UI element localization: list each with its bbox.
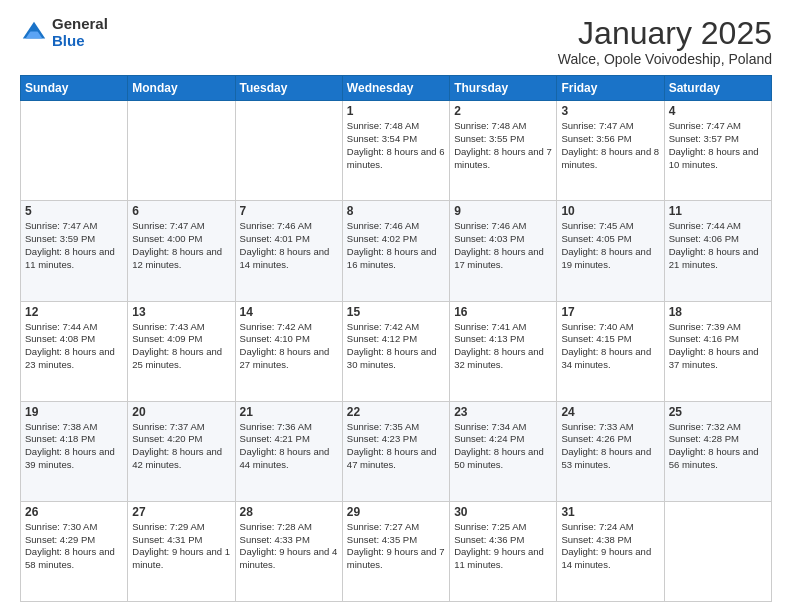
cell-4-1: 27Sunrise: 7:29 AM Sunset: 4:31 PM Dayli… <box>128 501 235 601</box>
day-info-1-2: Sunrise: 7:46 AM Sunset: 4:01 PM Dayligh… <box>240 220 338 271</box>
day-info-1-4: Sunrise: 7:46 AM Sunset: 4:03 PM Dayligh… <box>454 220 552 271</box>
day-info-1-5: Sunrise: 7:45 AM Sunset: 4:05 PM Dayligh… <box>561 220 659 271</box>
day-number-3-2: 21 <box>240 405 338 419</box>
day-number-3-5: 24 <box>561 405 659 419</box>
cell-1-2: 7Sunrise: 7:46 AM Sunset: 4:01 PM Daylig… <box>235 201 342 301</box>
cell-0-5: 3Sunrise: 7:47 AM Sunset: 3:56 PM Daylig… <box>557 101 664 201</box>
col-tuesday: Tuesday <box>235 76 342 101</box>
cell-4-2: 28Sunrise: 7:28 AM Sunset: 4:33 PM Dayli… <box>235 501 342 601</box>
day-info-4-3: Sunrise: 7:27 AM Sunset: 4:35 PM Dayligh… <box>347 521 445 572</box>
cell-4-0: 26Sunrise: 7:30 AM Sunset: 4:29 PM Dayli… <box>21 501 128 601</box>
day-number-3-6: 25 <box>669 405 767 419</box>
col-monday: Monday <box>128 76 235 101</box>
day-info-0-3: Sunrise: 7:48 AM Sunset: 3:54 PM Dayligh… <box>347 120 445 171</box>
day-number-1-5: 10 <box>561 204 659 218</box>
day-info-4-4: Sunrise: 7:25 AM Sunset: 4:36 PM Dayligh… <box>454 521 552 572</box>
cell-0-6: 4Sunrise: 7:47 AM Sunset: 3:57 PM Daylig… <box>664 101 771 201</box>
day-info-2-5: Sunrise: 7:40 AM Sunset: 4:15 PM Dayligh… <box>561 321 659 372</box>
cell-4-4: 30Sunrise: 7:25 AM Sunset: 4:36 PM Dayli… <box>450 501 557 601</box>
week-row-4: 26Sunrise: 7:30 AM Sunset: 4:29 PM Dayli… <box>21 501 772 601</box>
day-number-0-4: 2 <box>454 104 552 118</box>
cell-3-2: 21Sunrise: 7:36 AM Sunset: 4:21 PM Dayli… <box>235 401 342 501</box>
cell-0-0 <box>21 101 128 201</box>
cell-2-0: 12Sunrise: 7:44 AM Sunset: 4:08 PM Dayli… <box>21 301 128 401</box>
calendar-table: Sunday Monday Tuesday Wednesday Thursday… <box>20 75 772 602</box>
logo-general: General <box>52 16 108 33</box>
day-number-3-4: 23 <box>454 405 552 419</box>
cell-2-1: 13Sunrise: 7:43 AM Sunset: 4:09 PM Dayli… <box>128 301 235 401</box>
cell-3-4: 23Sunrise: 7:34 AM Sunset: 4:24 PM Dayli… <box>450 401 557 501</box>
week-row-3: 19Sunrise: 7:38 AM Sunset: 4:18 PM Dayli… <box>21 401 772 501</box>
day-number-4-5: 31 <box>561 505 659 519</box>
day-info-4-0: Sunrise: 7:30 AM Sunset: 4:29 PM Dayligh… <box>25 521 123 572</box>
day-info-0-6: Sunrise: 7:47 AM Sunset: 3:57 PM Dayligh… <box>669 120 767 171</box>
day-info-1-1: Sunrise: 7:47 AM Sunset: 4:00 PM Dayligh… <box>132 220 230 271</box>
cell-2-2: 14Sunrise: 7:42 AM Sunset: 4:10 PM Dayli… <box>235 301 342 401</box>
col-thursday: Thursday <box>450 76 557 101</box>
day-number-2-5: 17 <box>561 305 659 319</box>
day-info-4-1: Sunrise: 7:29 AM Sunset: 4:31 PM Dayligh… <box>132 521 230 572</box>
col-wednesday: Wednesday <box>342 76 449 101</box>
day-info-1-3: Sunrise: 7:46 AM Sunset: 4:02 PM Dayligh… <box>347 220 445 271</box>
cell-1-1: 6Sunrise: 7:47 AM Sunset: 4:00 PM Daylig… <box>128 201 235 301</box>
day-number-2-1: 13 <box>132 305 230 319</box>
week-row-1: 5Sunrise: 7:47 AM Sunset: 3:59 PM Daylig… <box>21 201 772 301</box>
day-info-1-0: Sunrise: 7:47 AM Sunset: 3:59 PM Dayligh… <box>25 220 123 271</box>
cell-4-6 <box>664 501 771 601</box>
col-sunday: Sunday <box>21 76 128 101</box>
day-info-3-5: Sunrise: 7:33 AM Sunset: 4:26 PM Dayligh… <box>561 421 659 472</box>
day-info-3-4: Sunrise: 7:34 AM Sunset: 4:24 PM Dayligh… <box>454 421 552 472</box>
cell-1-4: 9Sunrise: 7:46 AM Sunset: 4:03 PM Daylig… <box>450 201 557 301</box>
day-info-4-2: Sunrise: 7:28 AM Sunset: 4:33 PM Dayligh… <box>240 521 338 572</box>
cell-4-5: 31Sunrise: 7:24 AM Sunset: 4:38 PM Dayli… <box>557 501 664 601</box>
week-row-0: 1Sunrise: 7:48 AM Sunset: 3:54 PM Daylig… <box>21 101 772 201</box>
cell-3-5: 24Sunrise: 7:33 AM Sunset: 4:26 PM Dayli… <box>557 401 664 501</box>
day-info-2-1: Sunrise: 7:43 AM Sunset: 4:09 PM Dayligh… <box>132 321 230 372</box>
col-friday: Friday <box>557 76 664 101</box>
cell-2-4: 16Sunrise: 7:41 AM Sunset: 4:13 PM Dayli… <box>450 301 557 401</box>
logo: General Blue <box>20 16 108 49</box>
day-number-3-3: 22 <box>347 405 445 419</box>
cell-4-3: 29Sunrise: 7:27 AM Sunset: 4:35 PM Dayli… <box>342 501 449 601</box>
day-info-3-0: Sunrise: 7:38 AM Sunset: 4:18 PM Dayligh… <box>25 421 123 472</box>
logo-blue: Blue <box>52 33 108 50</box>
cell-1-5: 10Sunrise: 7:45 AM Sunset: 4:05 PM Dayli… <box>557 201 664 301</box>
day-number-4-4: 30 <box>454 505 552 519</box>
day-number-1-4: 9 <box>454 204 552 218</box>
day-info-2-6: Sunrise: 7:39 AM Sunset: 4:16 PM Dayligh… <box>669 321 767 372</box>
day-info-2-3: Sunrise: 7:42 AM Sunset: 4:12 PM Dayligh… <box>347 321 445 372</box>
day-info-0-5: Sunrise: 7:47 AM Sunset: 3:56 PM Dayligh… <box>561 120 659 171</box>
day-number-2-6: 18 <box>669 305 767 319</box>
cell-0-4: 2Sunrise: 7:48 AM Sunset: 3:55 PM Daylig… <box>450 101 557 201</box>
day-number-4-0: 26 <box>25 505 123 519</box>
cell-2-6: 18Sunrise: 7:39 AM Sunset: 4:16 PM Dayli… <box>664 301 771 401</box>
main-title: January 2025 <box>558 16 772 51</box>
logo-icon <box>20 19 48 47</box>
day-info-2-4: Sunrise: 7:41 AM Sunset: 4:13 PM Dayligh… <box>454 321 552 372</box>
col-saturday: Saturday <box>664 76 771 101</box>
day-info-4-5: Sunrise: 7:24 AM Sunset: 4:38 PM Dayligh… <box>561 521 659 572</box>
cell-2-5: 17Sunrise: 7:40 AM Sunset: 4:15 PM Dayli… <box>557 301 664 401</box>
day-info-2-0: Sunrise: 7:44 AM Sunset: 4:08 PM Dayligh… <box>25 321 123 372</box>
day-info-0-4: Sunrise: 7:48 AM Sunset: 3:55 PM Dayligh… <box>454 120 552 171</box>
logo-text: General Blue <box>52 16 108 49</box>
cell-0-3: 1Sunrise: 7:48 AM Sunset: 3:54 PM Daylig… <box>342 101 449 201</box>
day-number-0-5: 3 <box>561 104 659 118</box>
day-number-1-3: 8 <box>347 204 445 218</box>
subtitle: Walce, Opole Voivodeship, Poland <box>558 51 772 67</box>
cell-3-6: 25Sunrise: 7:32 AM Sunset: 4:28 PM Dayli… <box>664 401 771 501</box>
day-number-4-3: 29 <box>347 505 445 519</box>
cell-3-3: 22Sunrise: 7:35 AM Sunset: 4:23 PM Dayli… <box>342 401 449 501</box>
day-number-1-6: 11 <box>669 204 767 218</box>
header: General Blue January 2025 Walce, Opole V… <box>20 16 772 67</box>
day-number-4-1: 27 <box>132 505 230 519</box>
cell-3-1: 20Sunrise: 7:37 AM Sunset: 4:20 PM Dayli… <box>128 401 235 501</box>
day-number-1-1: 6 <box>132 204 230 218</box>
cell-0-2 <box>235 101 342 201</box>
day-number-4-2: 28 <box>240 505 338 519</box>
day-number-3-0: 19 <box>25 405 123 419</box>
cell-0-1 <box>128 101 235 201</box>
day-info-2-2: Sunrise: 7:42 AM Sunset: 4:10 PM Dayligh… <box>240 321 338 372</box>
day-info-3-6: Sunrise: 7:32 AM Sunset: 4:28 PM Dayligh… <box>669 421 767 472</box>
title-block: January 2025 Walce, Opole Voivodeship, P… <box>558 16 772 67</box>
